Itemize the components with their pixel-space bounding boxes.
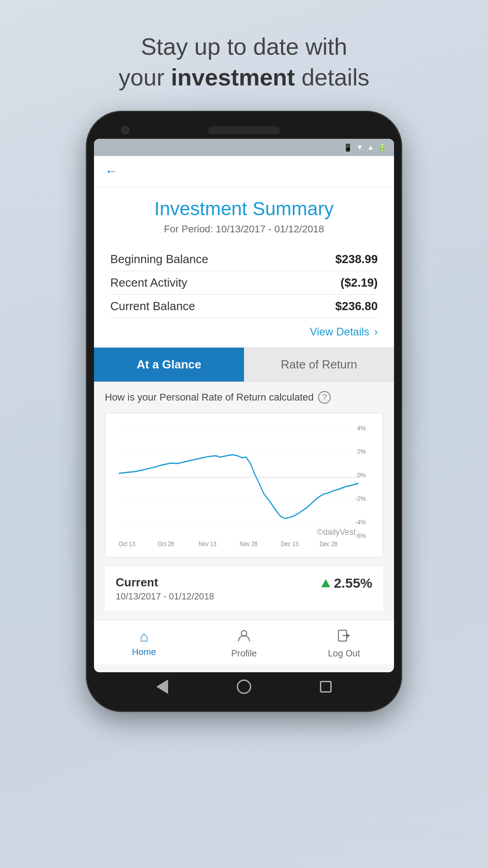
svg-text:-2%: -2% xyxy=(355,495,366,502)
nav-home[interactable]: ⌂ Home xyxy=(94,625,194,662)
dailyvest-label: ©dailyVest xyxy=(317,528,356,537)
current-title: Current xyxy=(116,576,214,590)
svg-text:-6%: -6% xyxy=(355,532,366,540)
nav-home-label: Home xyxy=(132,647,156,657)
logout-icon xyxy=(337,628,351,646)
current-right: 2.55% xyxy=(321,576,372,591)
android-recents-button[interactable] xyxy=(319,679,333,694)
up-trend-icon xyxy=(321,579,330,587)
current-left: Current 10/13/2017 - 01/12/2018 xyxy=(116,576,214,602)
current-section: Current 10/13/2017 - 01/12/2018 2.55% xyxy=(105,566,383,611)
profile-icon xyxy=(237,628,251,646)
android-home-button[interactable] xyxy=(237,679,251,694)
investment-summary-section: Investment Summary For Period: 10/13/201… xyxy=(94,187,394,348)
balance-row-activity: Recent Activity ($2.19) xyxy=(110,271,378,295)
ror-section: How is your Personal Rate of Return calc… xyxy=(94,382,394,620)
current-balance-value: $236.80 xyxy=(335,299,378,313)
back-button[interactable]: ← xyxy=(105,164,383,179)
app-header: ← xyxy=(94,156,394,187)
balance-row-current: Current Balance $236.80 xyxy=(110,295,378,318)
battery-icon: 🔋 xyxy=(378,143,387,152)
chart-line xyxy=(119,455,359,519)
phone-camera xyxy=(121,126,129,134)
view-details-link[interactable]: View Details › xyxy=(110,326,378,338)
nav-logout[interactable]: Log Out xyxy=(294,625,394,662)
svg-text:4%: 4% xyxy=(357,424,366,432)
nav-profile[interactable]: Profile xyxy=(194,625,294,662)
beginning-balance-label: Beginning Balance xyxy=(110,252,208,266)
ror-question: How is your Personal Rate of Return calc… xyxy=(105,391,383,404)
tab-at-a-glance[interactable]: At a Glance xyxy=(94,348,244,382)
tab-rate-of-return[interactable]: Rate of Return xyxy=(244,348,394,382)
svg-text:Nov 13: Nov 13 xyxy=(199,540,216,547)
svg-text:Oct 28: Oct 28 xyxy=(158,540,174,547)
status-bar: 📳 ▼ ▲ 🔋 xyxy=(94,139,394,156)
tab-bar: At a Glance Rate of Return xyxy=(94,348,394,382)
phone-top-bar xyxy=(94,120,394,139)
help-icon[interactable]: ? xyxy=(318,391,331,404)
svg-text:-4%: -4% xyxy=(355,518,366,526)
current-period: 10/13/2017 - 01/12/2018 xyxy=(116,591,214,602)
vibrate-icon: 📳 xyxy=(343,143,352,152)
summary-period: For Period: 10/13/2017 - 01/12/2018 xyxy=(110,223,378,235)
phone-speaker xyxy=(208,126,280,134)
nav-profile-label: Profile xyxy=(231,648,257,659)
recent-activity-value: ($2.19) xyxy=(341,276,378,290)
svg-text:0%: 0% xyxy=(357,471,366,479)
svg-text:2%: 2% xyxy=(357,448,366,455)
home-icon: ⌂ xyxy=(140,628,148,645)
page-headline: Stay up to date with your investment det… xyxy=(83,0,406,111)
phone-bottom-bar xyxy=(94,672,394,703)
rate-of-return-chart: 4% 2% 0% -2% -4% -6% xyxy=(105,413,383,557)
phone-screen: 📳 ▼ ▲ 🔋 ← Investment Summary For Period:… xyxy=(94,139,394,672)
phone-device: 📳 ▼ ▲ 🔋 ← Investment Summary For Period:… xyxy=(86,111,402,712)
svg-text:Dec 28: Dec 28 xyxy=(319,540,337,547)
bottom-nav: ⌂ Home Profile xyxy=(94,620,394,664)
beginning-balance-value: $238.99 xyxy=(335,252,378,266)
android-back-button[interactable] xyxy=(155,679,169,694)
recent-activity-label: Recent Activity xyxy=(110,276,188,290)
svg-text:Dec 13: Dec 13 xyxy=(281,540,298,547)
balance-row-beginning: Beginning Balance $238.99 xyxy=(110,248,378,271)
current-percentage: 2.55% xyxy=(334,576,372,591)
svg-text:Oct 13: Oct 13 xyxy=(119,540,136,547)
signal-icon: ▲ xyxy=(367,143,374,151)
current-balance-label: Current Balance xyxy=(110,299,195,313)
nav-logout-label: Log Out xyxy=(328,648,360,659)
svg-text:Nov 28: Nov 28 xyxy=(239,540,257,547)
wifi-icon: ▼ xyxy=(356,143,363,151)
summary-title: Investment Summary xyxy=(110,198,378,220)
